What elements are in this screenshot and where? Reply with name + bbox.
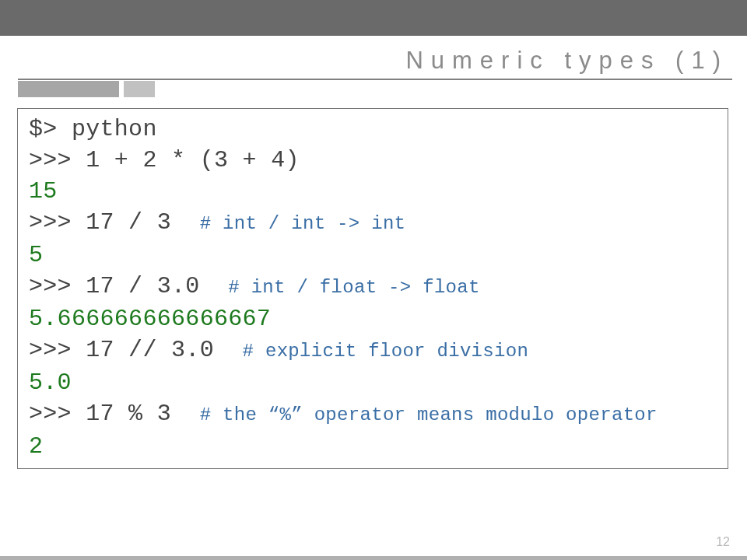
- code-line-div-int: >>> 17 / 3 # int / int -> int: [29, 207, 717, 240]
- code-line-mod: >>> 17 % 3 # the “%” operator means modu…: [29, 398, 717, 431]
- slide-bottom-rule: [0, 556, 747, 560]
- slide-top-bar: [0, 0, 747, 36]
- title-accent: [18, 81, 155, 97]
- code-output-3: 5.666666666666667: [29, 303, 717, 334]
- code-box: $> python >>> 1 + 2 * (3 + 4) 15 >>> 17 …: [17, 108, 728, 469]
- code-output-5: 2: [29, 431, 717, 462]
- code-expr: >>> 17 // 3.0: [29, 337, 243, 363]
- code-line-div-float: >>> 17 / 3.0 # int / float -> float: [29, 271, 717, 303]
- code-line-expr1: >>> 1 + 2 * (3 + 4): [29, 145, 717, 176]
- code-comment: # the “%” operator means modulo operator: [200, 404, 658, 425]
- page-number: 12: [716, 535, 730, 549]
- code-comment: # int / float -> float: [228, 277, 479, 298]
- code-expr: >>> 17 / 3.0: [29, 273, 228, 299]
- code-line-shell: $> python: [29, 114, 717, 145]
- code-expr: >>> 17 / 3: [29, 209, 200, 236]
- code-output-1: 15: [29, 176, 717, 207]
- code-output-2: 5: [29, 240, 717, 271]
- code-line-floordiv: >>> 17 // 3.0 # explicit floor division: [29, 334, 717, 367]
- code-expr: >>> 17 % 3: [29, 401, 200, 427]
- code-comment: # explicit floor division: [243, 341, 529, 362]
- title-rule: [18, 79, 732, 80]
- slide-title: Numeric types (1): [405, 47, 728, 75]
- code-output-4: 5.0: [29, 367, 717, 398]
- code-comment: # int / int -> int: [200, 213, 406, 234]
